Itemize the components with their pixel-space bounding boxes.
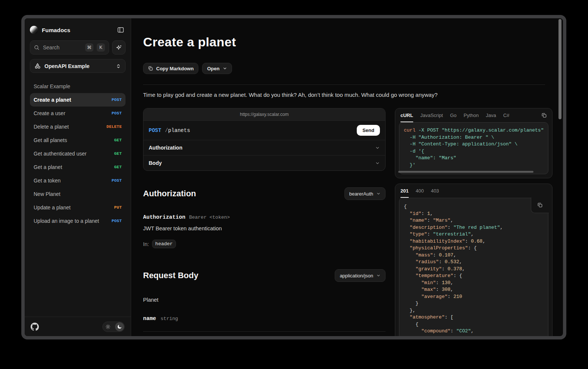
code-sample-panel: cURL JavaScript Go Python Java C# [395,108,553,178]
curl-code: curl -X POST "https://galaxy.scalar.com/… [399,122,548,174]
sidebar-item-get-a-token[interactable]: Get a token POST [30,174,126,187]
tab-201[interactable]: 201 [400,188,409,198]
chevron-down-icon [376,191,381,196]
window-content: Fumadocs [25,18,563,336]
sidebar-item-delete-a-planet[interactable]: Delete a planet DELETE [30,120,126,133]
moon-icon [115,322,124,331]
sparkles-icon [116,44,122,51]
method-badge: POST [112,111,122,116]
chevron-down-icon [376,273,381,278]
sidebar-footer [25,317,131,336]
actions-row: Copy Markdown Open [143,63,545,74]
base-url: https://galaxy.scalar.com [143,108,385,121]
search-placeholder: Search [43,44,82,50]
auth-param-description: JWT Bearer token authentication [143,225,386,231]
nav-item-label: Get a planet [34,164,62,170]
tab-java[interactable]: Java [486,113,496,122]
tab-400[interactable]: 400 [416,188,424,198]
tab-curl[interactable]: cURL [400,113,413,122]
ai-search-button[interactable] [112,40,126,55]
nav-item-label: Create a user [34,110,65,116]
authorization-title: Authorization [143,189,196,199]
divider [143,84,545,85]
theme-toggle[interactable] [102,322,125,332]
chevron-down-icon [375,161,380,166]
api-playground: https://galaxy.scalar.com POST /planets … [143,108,386,171]
playground-authorization-toggle[interactable]: Authorization [143,140,385,155]
sidebar-item-get-all-planets[interactable]: Get all planets GET [30,133,126,147]
tab-javascript[interactable]: JavaScript [420,113,443,122]
copy-markdown-button[interactable]: Copy Markdown [143,63,198,74]
fumadocs-logo [30,26,38,34]
sidebar: Fumadocs [25,18,131,336]
sidebar-item-get-authenticated-user[interactable]: Get authenticated user GET [30,147,126,160]
github-link[interactable] [31,323,39,331]
in-label: In: [143,241,149,247]
open-button[interactable]: Open [202,63,232,74]
project-select[interactable]: OpenAPI Example [30,59,126,73]
github-icon [31,323,39,331]
copy-response-button[interactable] [537,202,543,208]
request-method: POST [149,127,161,133]
response-code: { "id": 1, "name": "Mars", "description"… [399,198,548,336]
chevron-down-icon [375,145,380,150]
method-badge: POST [112,98,122,102]
nav-item-label: Create a planet [34,97,71,103]
nav-item-label: Upload an image to a planet [34,218,99,224]
content-type-value: application/json [340,273,373,279]
sidebar-collapse-button[interactable] [116,25,126,35]
auth-scheme-select[interactable]: bearerAuth [344,187,386,200]
playground-body-toggle[interactable]: Body [143,155,385,170]
method-badge: PUT [114,205,122,210]
sidebar-item-update-a-planet[interactable]: Update a planet PUT [30,201,126,214]
copy-icon [148,66,153,71]
kbd-cmd: ⌘ [85,43,93,52]
sidebar-item-new-planet[interactable]: New Planet [30,187,126,201]
open-label: Open [207,66,219,71]
sidebar-item-create-a-planet[interactable]: Create a planet POST [30,93,126,107]
main-content: Create a planet Copy Markdown Open [131,18,563,336]
field-row-name: name string [143,316,386,322]
request-row: POST /planets Send [143,121,385,140]
request-path: planets [168,127,190,133]
auth-param-row: Authorization Bearer <token> [143,214,386,220]
brand-row: Fumadocs [30,24,126,36]
field-name: name [143,316,156,322]
copy-icon [537,202,543,208]
tab-403[interactable]: 403 [431,188,439,198]
copy-code-button[interactable] [541,113,547,118]
copy-markdown-label: Copy Markdown [156,66,194,71]
in-value-chip: header [152,240,176,248]
search-input[interactable]: Search ⌘ K [30,40,109,55]
method-badge: GET [114,151,122,156]
sidebar-item-create-a-user[interactable]: Create a user POST [30,107,126,120]
tab-python[interactable]: Python [464,113,479,122]
copy-response-container [531,197,549,213]
field-type: string [161,316,178,322]
shapes-icon [34,63,41,69]
request-body-title: Request Body [143,271,198,280]
authorization-header: Authorization bearerAuth [143,187,386,200]
brand-name: Fumadocs [42,27,70,33]
content-type-select[interactable]: application/json [335,269,386,282]
chevron-down-icon [223,66,227,71]
response-tabs: 201 400 403 [395,184,552,198]
sidebar-item-get-a-planet[interactable]: Get a planet GET [30,160,126,174]
window-scrollbar[interactable] [558,19,561,119]
playground-section-label: Authorization [149,145,182,151]
send-button[interactable]: Send [357,125,380,136]
sun-icon [103,324,113,329]
nav-item-label: New Planet [34,191,61,197]
auth-param-name: Authorization [143,214,185,220]
sidebar-nav: Scalar Example Create a planet POST Crea… [25,73,131,317]
right-column: cURL JavaScript Go Python Java C# [395,108,553,336]
chevrons-up-down-icon [116,64,121,69]
method-badge: POST [112,178,122,183]
left-column: https://galaxy.scalar.com POST /planets … [143,108,386,336]
tab-go[interactable]: Go [450,113,457,122]
nav-item-label: Get a token [34,178,61,184]
sidebar-item-upload-an-image-to-a-planet[interactable]: Upload an image to a planet POST [30,214,126,228]
code-horizontal-scrollbar[interactable] [398,171,533,173]
method-badge: DELETE [106,124,122,129]
tab-csharp[interactable]: C# [503,113,510,122]
